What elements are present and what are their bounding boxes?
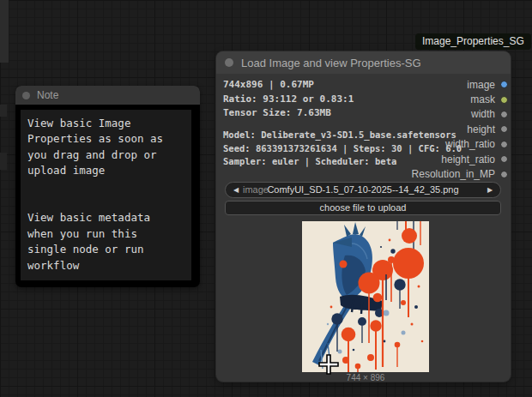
- note-node-title: Note: [37, 89, 58, 101]
- note-node[interactable]: Note View basic Image Properties as soon…: [15, 86, 200, 287]
- output-port-row[interactable]: height: [412, 122, 508, 136]
- crosshair-cursor-icon: [317, 353, 340, 376]
- output-port-label: width: [471, 108, 495, 120]
- output-port-dot-icon[interactable]: [500, 81, 508, 88]
- outputs-list: image mask width height width_ratio heig…: [412, 77, 508, 182]
- output-port-dot-icon[interactable]: [500, 111, 508, 118]
- note-node-header[interactable]: Note: [15, 86, 200, 105]
- offscreen-node-edge: [0, 153, 7, 170]
- output-port-row[interactable]: width: [412, 107, 508, 122]
- output-port-row[interactable]: height_ratio: [412, 152, 508, 166]
- collapse-dot-icon[interactable]: [225, 58, 233, 67]
- output-port-dot-icon[interactable]: [500, 155, 508, 163]
- image-file-combo[interactable]: ◀ ComfyUI_SD-1.5_07-10-2025--14_42_35.pn…: [225, 182, 501, 198]
- offscreen-node-edge: [0, 105, 7, 117]
- output-port-row[interactable]: mask: [412, 92, 508, 106]
- output-port-label: height_ratio: [441, 153, 495, 165]
- note-text[interactable]: View basic Image Properties as soon as y…: [21, 110, 191, 280]
- output-port-label: Resolution_in_MP: [412, 168, 495, 180]
- output-port-label: image: [467, 79, 495, 91]
- image-widget-label: image: [243, 183, 269, 197]
- image-preview[interactable]: [302, 221, 429, 372]
- collapse-dot-icon[interactable]: [22, 92, 30, 99]
- output-port-dot-icon[interactable]: [500, 96, 508, 104]
- image-properties-text: 744x896 | 0.67MP Ratio: 93:112 or 0.83:1…: [223, 78, 354, 121]
- workflow-tab-badge[interactable]: Image_Properties_SG: [415, 33, 531, 50]
- output-port-dot-icon[interactable]: [500, 141, 508, 148]
- output-port-dot-icon[interactable]: [500, 171, 508, 178]
- bird-artwork: [302, 221, 429, 372]
- comfyui-canvas[interactable]: { "tab_badge": { "label": "Image_Propert…: [0, 0, 532, 397]
- output-port-label: width_ratio: [445, 138, 495, 150]
- output-port-row[interactable]: width_ratio: [412, 137, 508, 152]
- next-image-arrow-icon[interactable]: ▶: [483, 183, 497, 197]
- load-image-node-header[interactable]: Load Image and view Properties-SG: [216, 51, 511, 74]
- load-image-node-title: Load Image and view Properties-SG: [241, 57, 421, 69]
- offscreen-node-edge: [0, 0, 9, 63]
- output-port-row[interactable]: image: [412, 77, 508, 92]
- output-port-dot-icon[interactable]: [500, 125, 508, 133]
- load-image-node[interactable]: Load Image and view Properties-SG 744x89…: [216, 51, 511, 382]
- choose-file-button[interactable]: choose file to upload: [225, 201, 501, 215]
- output-port-label: mask: [470, 93, 495, 105]
- output-port-label: height: [467, 123, 495, 135]
- output-port-row[interactable]: Resolution_in_MP: [412, 166, 508, 181]
